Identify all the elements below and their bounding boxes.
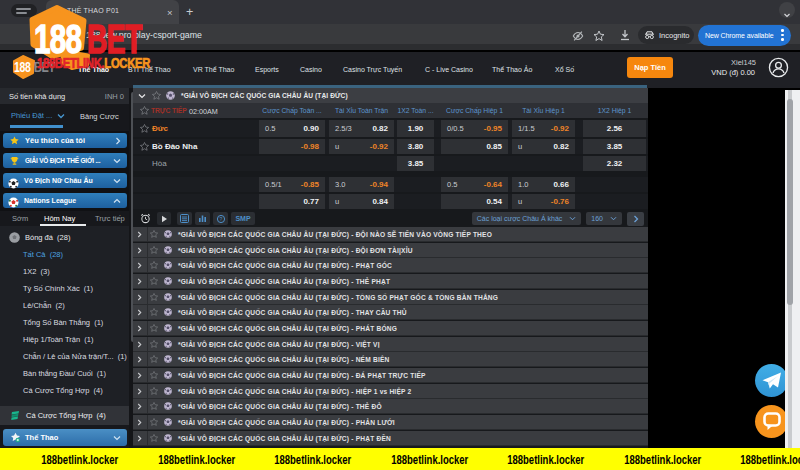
svg-text:?: ?: [219, 216, 222, 222]
